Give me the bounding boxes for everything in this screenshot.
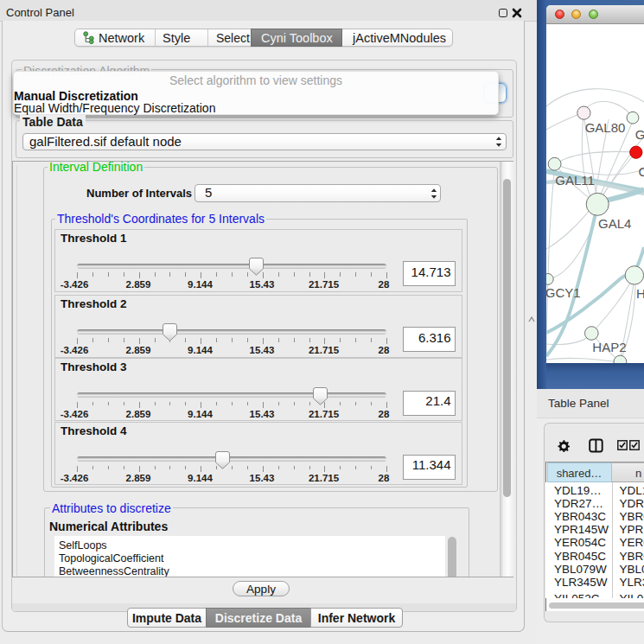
svg-text:H: H (636, 286, 644, 301)
svg-text:GA: GA (635, 127, 644, 142)
svg-text:C: C (638, 164, 644, 179)
svg-text:HAP2: HAP2 (592, 340, 626, 354)
svg-text:GAL4: GAL4 (598, 216, 631, 231)
svg-text:GAL11: GAL11 (555, 173, 595, 188)
svg-text:GAL80: GAL80 (585, 120, 626, 135)
svg-text:GCY1: GCY1 (546, 285, 581, 300)
